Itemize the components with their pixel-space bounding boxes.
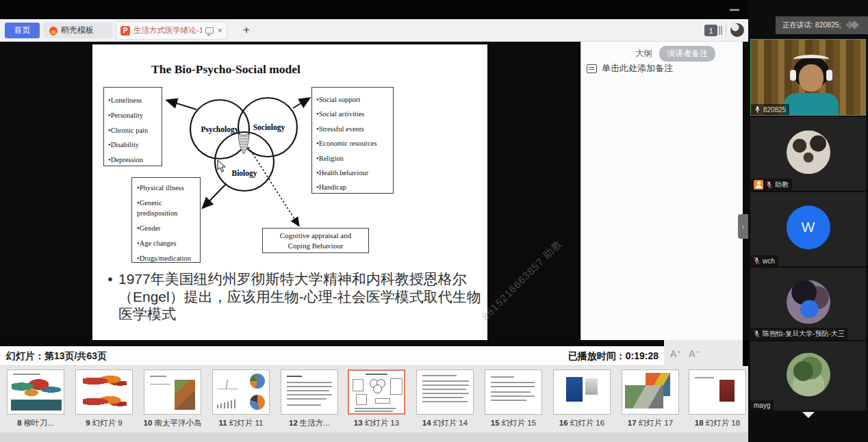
participant-tile-chen[interactable]: 陈煦怡-复旦大学-预防-大三: [750, 268, 866, 340]
list-item: •Social activities: [316, 107, 393, 121]
window-stack-icon: [719, 26, 722, 35]
thumb-title: 幻灯片 18: [706, 419, 741, 427]
social-factors-box: •Social support•Social activities•Stress…: [311, 87, 394, 194]
thumb-deco: [491, 400, 526, 401]
thumb-num: 15: [491, 419, 500, 427]
tab-templates[interactable]: 稻壳模板: [43, 23, 112, 38]
current-slide[interactable]: The Bio-Psycho-Social model: [92, 44, 487, 340]
thumb-deco-linechart: [217, 380, 238, 389]
outline-tab[interactable]: 大纲: [635, 48, 652, 60]
thumb-deco: [287, 382, 332, 383]
list-item: •Health behaviour: [316, 166, 393, 180]
participant-tile-mayg[interactable]: mayg: [750, 341, 866, 411]
thumb-preview-charts: [212, 369, 270, 415]
statusbar-right-section: A⁺ A⁻: [664, 340, 743, 366]
thumb-deco: [422, 385, 469, 386]
notes-panel: 大纲 演讲者备注 单击此处添加备注: [580, 42, 743, 340]
thumbnail-slide-15[interactable]: 15幻灯片 15: [483, 369, 544, 428]
participant-name: 助教: [775, 180, 789, 190]
bullet-text: 1977年美国纽约州罗彻斯特大学精神和内科教授恩格尔（Engel）提出，应该用生…: [118, 270, 485, 323]
thumbnail-slide-12[interactable]: 12生活方...: [279, 369, 340, 428]
thumb-deco-pie: [250, 395, 265, 410]
participant-tile-assistant[interactable]: 助教: [750, 117, 866, 191]
psychology-label: Psychology: [201, 125, 239, 134]
filmstrip-bottom-strip: [0, 432, 748, 442]
thumb-num: 8: [17, 419, 21, 427]
list-item: •Age changes: [137, 238, 200, 248]
thumb-num: 10: [144, 419, 153, 427]
thumb-title: 幻灯片 16: [570, 419, 605, 427]
thumbnail-slide-9[interactable]: 9幻灯片 9: [74, 369, 134, 428]
coping-box-line2: Coping Behaviour: [263, 241, 368, 251]
participant-tile-wch[interactable]: W wch: [750, 192, 866, 266]
list-item: •Stressful events: [316, 122, 393, 136]
list-item: •Drugs/medication: [137, 253, 200, 263]
thumb-deco-box: [356, 394, 367, 405]
sociology-label: Sociology: [253, 123, 285, 132]
thumb-num: 14: [422, 419, 431, 427]
speaking-banner-text: 正在讲话: 820825;: [782, 21, 841, 30]
thumb-preview-photos: [622, 369, 679, 415]
thumbnail-label: 15幻灯片 15: [483, 418, 544, 428]
list-item: •Chronic pain: [108, 123, 162, 138]
new-tab-button[interactable]: +: [238, 22, 255, 38]
biology-label: Biology: [231, 169, 257, 178]
mic-muted-icon: [754, 330, 760, 338]
thumb-deco: [491, 391, 531, 393]
thumbnail-label: 12生活方...: [279, 418, 340, 428]
thumb-deco: [422, 380, 469, 382]
notes-placeholder-row[interactable]: 单击此处添加备注: [587, 62, 673, 75]
panel-collapse-handle[interactable]: ›: [738, 214, 748, 239]
thumb-deco-box: [390, 378, 403, 395]
font-increase-button[interactable]: A⁺: [670, 348, 682, 359]
tab-templates-label: 稻壳模板: [61, 25, 94, 36]
thumb-num: 18: [695, 419, 704, 427]
list-item: •Handicap: [316, 180, 393, 194]
thumb-title: 南太平洋小岛: [154, 419, 201, 427]
participant-video-820825[interactable]: 820825: [750, 39, 866, 116]
thumb-title: 幻灯片 17: [639, 419, 674, 427]
speaker-notes-tab[interactable]: 演讲者备注: [659, 46, 715, 62]
thumbnail-slide-16[interactable]: 16幻灯片 16: [552, 369, 612, 428]
thumb-deco: [422, 401, 468, 402]
thumbnail-label: 17幻灯片 17: [620, 418, 680, 428]
thumb-deco-map: [83, 395, 127, 410]
thumbnail-label: 18幻灯片 18: [687, 418, 748, 428]
tab-document[interactable]: P 生活方式医学绪论-1.pptx ×: [116, 21, 227, 40]
close-tab-icon[interactable]: ×: [217, 26, 222, 35]
thumbnail-label: 16幻灯片 16: [552, 418, 612, 428]
thumb-preview-text: [281, 369, 338, 415]
thumb-deco-bars: [217, 399, 236, 408]
letter-avatar: W: [787, 205, 830, 249]
headphones-band: [793, 55, 829, 64]
font-decrease-button[interactable]: A⁻: [689, 348, 700, 359]
thumb-num: 16: [559, 419, 568, 427]
tab-bar: 首页 稻壳模板 P 生活方式医学绪论-1.pptx × + 1: [0, 19, 748, 42]
thumbnail-slide-10[interactable]: 10南太平洋小岛: [142, 369, 203, 428]
cat-avatar: [787, 130, 830, 174]
thumb-preview-painting: [144, 369, 201, 415]
thumbnail-slide-8[interactable]: 8柳叶刀...: [5, 369, 66, 428]
list-item: •Social support: [316, 92, 393, 107]
participant-name-row: 助教: [750, 179, 792, 191]
window-count-badge[interactable]: 1: [704, 25, 717, 36]
thumbnail-slide-17[interactable]: 17幻灯片 17: [620, 369, 680, 428]
scroll-more-participants-arrow[interactable]: [802, 412, 815, 418]
thumbnail-slide-13-selected[interactable]: 13幻灯片 13: [346, 369, 407, 428]
tabbar-divider: [726, 24, 726, 37]
thumbnail-slide-11[interactable]: 11幻灯片 11: [211, 369, 271, 428]
tree-avatar: [787, 352, 830, 396]
thumb-preview-two-maps: [75, 369, 133, 415]
screen-share-icon[interactable]: [205, 27, 214, 34]
minimize-button[interactable]: [730, 9, 739, 11]
flame-icon: [48, 25, 60, 36]
thumbnail-slide-14[interactable]: 14幻灯片 14: [415, 369, 475, 428]
thumb-deco: [13, 374, 40, 375]
thumbnail-slide-18[interactable]: 18幻灯片 18: [687, 369, 748, 428]
thumb-preview-book-blue: [553, 369, 611, 415]
tab-home[interactable]: 首页: [5, 23, 40, 38]
account-avatar[interactable]: [730, 23, 744, 37]
screen: 首页 稻壳模板 P 生活方式医学绪论-1.pptx × + 1 The Bio-…: [0, 0, 868, 442]
thumb-title: 幻灯片 15: [502, 419, 537, 427]
list-item: •Depression: [108, 153, 162, 168]
